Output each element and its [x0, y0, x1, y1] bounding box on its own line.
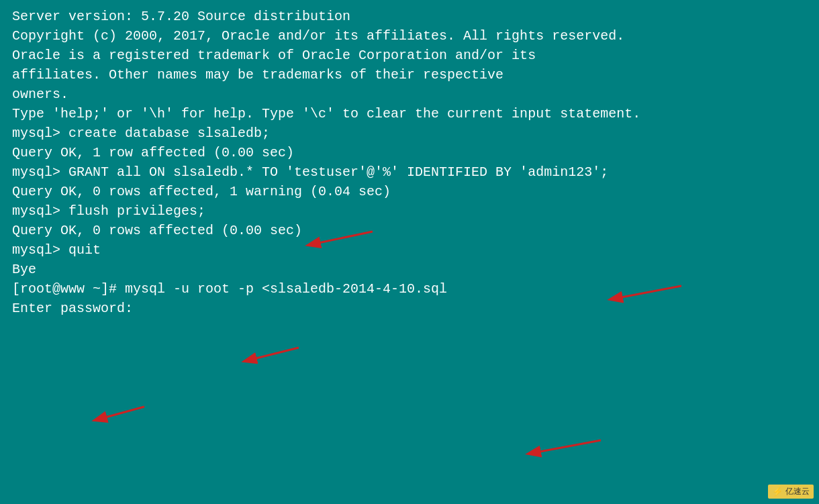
terminal-line-line2: Copyright (c) 2000, 2017, Oracle and/or … — [12, 26, 807, 46]
terminal-line-line15: [root@www ~]# mysql -u root -p <slsaledb… — [12, 279, 807, 299]
terminal-window: Server version: 5.7.20 Source distributi… — [0, 0, 819, 504]
terminal-line-line16: Enter password: — [12, 299, 807, 318]
terminal-line-line14: Bye — [12, 260, 807, 279]
terminal-line-line9: mysql> GRANT all ON slsaledb.* TO 'testu… — [12, 162, 807, 182]
watermark-badge: ⚡ 亿速云 — [768, 485, 814, 499]
terminal-line-line6: Type 'help;' or '\h' for help. Type '\c'… — [12, 104, 807, 123]
svg-line-4 — [529, 440, 601, 454]
arrow-mysql-import — [517, 435, 604, 462]
arrow-quit — [87, 403, 148, 427]
terminal-line-line4: affiliates. Other names may be trademark… — [12, 65, 807, 85]
arrow-flush — [235, 342, 302, 368]
terminal-line-line8: Query OK, 1 row affected (0.00 sec) — [12, 143, 807, 162]
watermark-text: 亿速云 — [785, 486, 810, 497]
terminal-line-line12: Query OK, 0 rows affected (0.00 sec) — [12, 221, 807, 240]
watermark-logo: ⚡ — [772, 487, 783, 497]
terminal-line-line11: mysql> flush privileges; — [12, 201, 807, 221]
terminal-line-line10: Query OK, 0 rows affected, 1 warning (0.… — [12, 182, 807, 201]
terminal-line-line5: owners. — [12, 85, 807, 104]
terminal-line-line3: Oracle is a registered trademark of Orac… — [12, 46, 807, 65]
svg-line-2 — [245, 348, 299, 361]
svg-line-3 — [95, 407, 144, 420]
terminal-output: Server version: 5.7.20 Source distributi… — [12, 7, 807, 318]
terminal-line-line7: mysql> create database slsaledb; — [12, 123, 807, 143]
terminal-line-line13: mysql> quit — [12, 240, 807, 260]
terminal-line-line1: Server version: 5.7.20 Source distributi… — [12, 7, 807, 26]
